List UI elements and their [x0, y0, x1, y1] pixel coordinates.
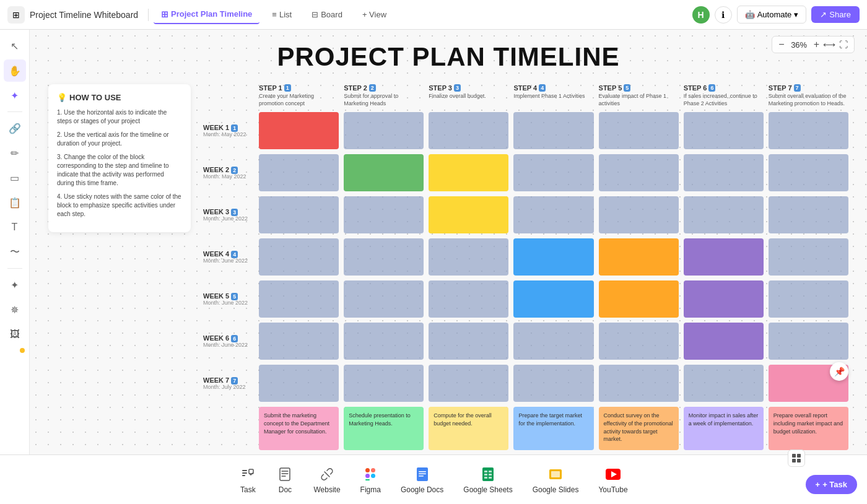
grid-cell-2-3[interactable]: [429, 154, 508, 191]
grid-cell-5-7[interactable]: [769, 280, 848, 318]
select-tool[interactable]: ✦: [4, 84, 26, 106]
grid-cell-4-3[interactable]: [429, 238, 508, 276]
effects-tool[interactable]: ✵: [4, 298, 26, 321]
sticky-note-7[interactable]: Prepare overall report including market …: [769, 407, 848, 450]
svg-rect-19: [484, 477, 487, 479]
grid-row-7: WEEK 7 7Month: July 2022: [203, 365, 848, 402]
grid-cell-5-3[interactable]: [429, 280, 508, 318]
grid-cell-1-1[interactable]: [259, 112, 339, 149]
bottom-google-docs[interactable]: Google Docs: [401, 466, 443, 494]
step-6-header: STEP 66 If sales increased, continue to …: [684, 84, 764, 107]
grid-cell-4-2[interactable]: [344, 238, 424, 276]
grid-cell-6-1[interactable]: [259, 323, 339, 360]
step-5-num: STEP 55: [599, 84, 679, 92]
grid-cell-4-5[interactable]: [599, 238, 679, 276]
tab-list[interactable]: ≡ List: [264, 6, 299, 23]
bottom-google-sheets[interactable]: Google Sheets: [463, 466, 512, 494]
grid-cell-1-7[interactable]: [769, 112, 848, 149]
grid-cell-6-2[interactable]: [344, 323, 424, 360]
tab-project-plan[interactable]: ⊞ Project Plan Timeline: [154, 6, 259, 24]
bottom-website[interactable]: Website: [313, 466, 340, 494]
grid-cell-6-6[interactable]: [684, 323, 764, 360]
grid-cell-2-4[interactable]: [513, 154, 593, 191]
note-tool[interactable]: 📋: [4, 191, 26, 214]
canvas[interactable]: − 36% + ⟷ ⛶ PROJECT PLAN TIMELINE 💡: [30, 30, 867, 454]
sticky-note-2[interactable]: Schedule presentation to Marketing Heads…: [344, 407, 424, 450]
connect-tool[interactable]: ✦: [4, 274, 26, 296]
sticky-note-5[interactable]: Conduct survey on the effectivity of the…: [599, 407, 679, 450]
grid-cell-4-1[interactable]: [259, 238, 339, 276]
link-tool[interactable]: 🔗: [4, 117, 26, 139]
add-task-button[interactable]: + + Task: [806, 475, 857, 494]
share-button[interactable]: ↗ Share: [811, 6, 860, 23]
grid-cell-4-6[interactable]: [684, 238, 764, 276]
sticky-note-4[interactable]: Prepare the target market for the implem…: [513, 407, 593, 450]
step-1-num: STEP 11: [259, 84, 339, 92]
grid-cell-5-1[interactable]: [259, 280, 339, 318]
google-slides-label: Google Slides: [533, 485, 579, 494]
bottom-task[interactable]: Task: [239, 466, 256, 494]
grid-cell-2-1[interactable]: [259, 154, 339, 191]
sticky-notes-row-1: Submit the marketing concept to the Depa…: [259, 407, 848, 450]
grid-view-button[interactable]: [788, 450, 805, 467]
grid-cell-3-7[interactable]: [769, 196, 848, 233]
grid-cell-1-5[interactable]: [599, 112, 679, 149]
automate-button[interactable]: 🤖 Automate ▾: [737, 6, 807, 24]
grid-cell-1-2[interactable]: [344, 112, 424, 149]
grid-cell-3-6[interactable]: [684, 196, 764, 233]
grid-cell-1-6[interactable]: [684, 112, 764, 149]
svg-rect-17: [484, 474, 487, 476]
grid-cell-6-3[interactable]: [429, 323, 508, 360]
bottom-figma[interactable]: Figma: [360, 466, 381, 494]
grid-cell-3-4[interactable]: [513, 196, 593, 233]
text-tool[interactable]: T: [4, 216, 26, 238]
zoom-in-btn[interactable]: +: [814, 39, 819, 50]
google-sheets-icon: [479, 466, 497, 483]
brush-tool[interactable]: 〜: [4, 241, 26, 263]
hand-tool[interactable]: ✋: [4, 59, 26, 82]
grid-cell-3-3[interactable]: [429, 196, 508, 233]
grid-cell-2-5[interactable]: [599, 154, 679, 191]
grid-cell-1-4[interactable]: [513, 112, 593, 149]
image-tool[interactable]: 🖼: [4, 323, 26, 345]
info-icon[interactable]: ℹ: [715, 6, 732, 24]
cursor-tool[interactable]: ↖: [4, 35, 26, 57]
grid-cell-2-6[interactable]: [684, 154, 764, 191]
sticky-note-1[interactable]: Submit the marketing concept to the Depa…: [259, 407, 339, 450]
grid-cell-3-1[interactable]: [259, 196, 339, 233]
grid-cell-7-3[interactable]: [429, 365, 508, 402]
tab-view[interactable]: + View: [355, 6, 394, 23]
grid-cell-1-3[interactable]: [429, 112, 508, 149]
svg-rect-12: [419, 473, 426, 474]
grid-cell-4-7[interactable]: [769, 238, 848, 276]
week-label-2: WEEK 2 2Month: May 2022: [203, 154, 254, 191]
grid-cell-5-2[interactable]: [344, 280, 424, 318]
grid-cell-5-4[interactable]: [513, 280, 593, 318]
grid-cell-3-2[interactable]: [344, 196, 424, 233]
bottom-youtube[interactable]: YouTube: [598, 466, 627, 494]
grid-cell-7-5[interactable]: [599, 365, 679, 402]
bottom-doc[interactable]: Doc: [276, 466, 294, 494]
sticky-note-3[interactable]: Compute for the overall budget needed.: [429, 407, 508, 450]
grid-cell-5-5[interactable]: [599, 280, 679, 318]
sticky-note-6[interactable]: Monitor impact in sales after a week of …: [684, 407, 764, 450]
tab-board[interactable]: ⊟ Board: [304, 6, 350, 23]
grid-cell-2-2[interactable]: [344, 154, 424, 191]
grid-cell-7-1[interactable]: [259, 365, 339, 402]
pen-tool[interactable]: ✏: [4, 142, 26, 164]
grid-cell-5-6[interactable]: [684, 280, 764, 318]
zoom-out-btn[interactable]: −: [778, 39, 784, 50]
grid-cell-4-4[interactable]: [513, 238, 593, 276]
shape-tool[interactable]: ▭: [4, 167, 26, 189]
grid-cell-6-7[interactable]: [769, 323, 848, 360]
grid-cell-2-7[interactable]: [769, 154, 848, 191]
fit-screen-icon[interactable]: ⟷: [823, 40, 835, 50]
grid-cell-7-4[interactable]: [513, 365, 593, 402]
grid-cell-7-6[interactable]: [684, 365, 764, 402]
grid-cell-3-5[interactable]: [599, 196, 679, 233]
bottom-google-slides[interactable]: Google Slides: [533, 466, 579, 494]
grid-cell-7-2[interactable]: [344, 365, 424, 402]
grid-cell-6-5[interactable]: [599, 323, 679, 360]
grid-cell-6-4[interactable]: [513, 323, 593, 360]
fullscreen-icon[interactable]: ⛶: [839, 40, 848, 50]
